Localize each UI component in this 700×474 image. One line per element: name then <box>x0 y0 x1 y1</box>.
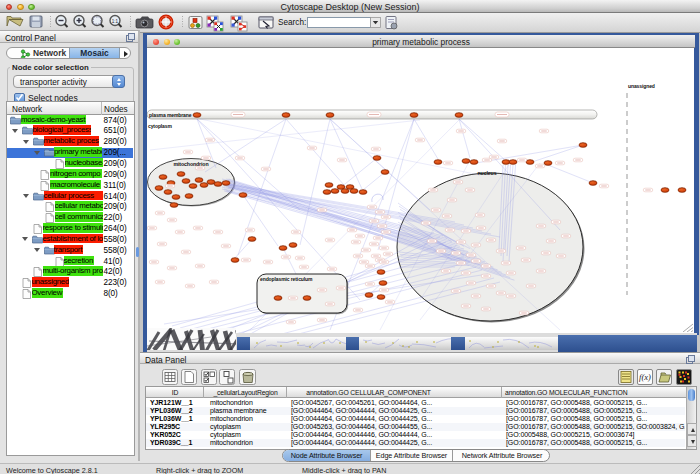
svg-text:unassigned: unassigned <box>628 83 655 89</box>
svg-text:Search:: Search: <box>278 18 306 27</box>
svg-text:nucleus: nucleus <box>478 170 497 176</box>
svg-text:f(x): f(x) <box>639 372 651 382</box>
svg-text:mitochondrion: mitochondrion <box>173 161 208 167</box>
svg-text:cytoplasm: cytoplasm <box>148 123 172 129</box>
svg-text:plasma membrane: plasma membrane <box>149 112 192 118</box>
svg-text:1:1: 1:1 <box>112 19 119 24</box>
svg-text:endoplasmic reticulum: endoplasmic reticulum <box>260 276 313 282</box>
